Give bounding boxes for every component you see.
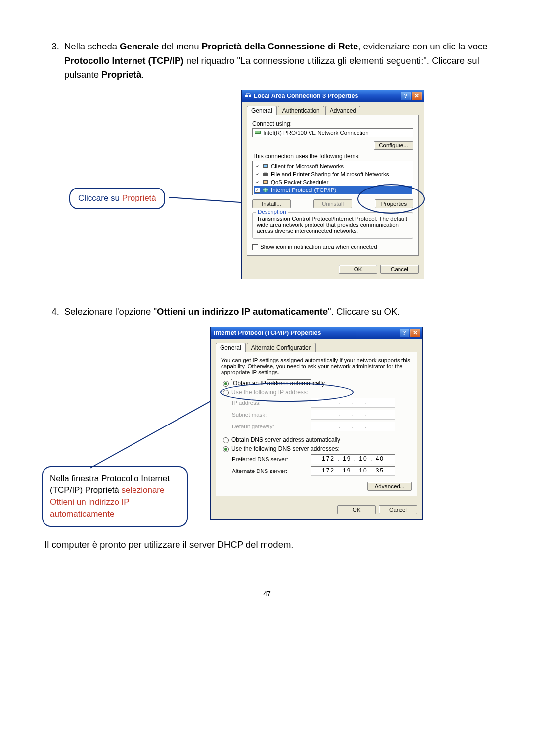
show-icon-row[interactable]: Show icon in notification area when conn… xyxy=(252,244,413,250)
checkbox-icon[interactable]: ✓ xyxy=(255,164,260,169)
description-text: Transmission Control Protocol/Internet P… xyxy=(257,216,409,234)
tab-general[interactable]: General xyxy=(216,343,246,352)
item-label: File and Printer Sharing for Microsoft N… xyxy=(271,171,389,177)
svg-rect-9 xyxy=(264,181,267,183)
item-label: Client for Microsoft Networks xyxy=(271,163,344,169)
use-ip-radio-row[interactable]: Use the following IP address: xyxy=(223,389,412,396)
network-icon xyxy=(245,92,252,100)
svg-rect-0 xyxy=(245,95,248,97)
dialog2-title: Internet Protocol (TCP/IP) Properties xyxy=(214,330,399,336)
figure-1: Cliccare su Proprietà Local Area Connect… xyxy=(44,90,490,283)
callout-1-prefix: Cliccare su xyxy=(78,193,122,203)
properties-button[interactable]: Properties xyxy=(375,199,413,208)
tab-general[interactable]: General xyxy=(247,106,277,115)
radio-icon[interactable] xyxy=(223,437,229,443)
pref-dns-label: Preferred DNS server: xyxy=(232,456,311,462)
radio-selected-icon[interactable] xyxy=(223,446,229,452)
svg-rect-7 xyxy=(264,172,267,173)
svg-rect-1 xyxy=(249,95,251,97)
pref-dns-field[interactable]: 172 . 19 . 10 . 40 xyxy=(311,454,395,464)
close-button[interactable]: ✕ xyxy=(412,92,422,100)
step-4: 4. Selezionare l'opzione "Ottieni un ind… xyxy=(44,305,490,319)
callout2-line2a: (TCP/IP) Proprietà xyxy=(50,485,122,495)
final-text: Il computer è pronto per utilizzare il s… xyxy=(44,539,490,550)
info-text: You can get IP settings assigned automat… xyxy=(221,357,412,375)
ip-label: IP address: xyxy=(232,400,311,406)
configure-button[interactable]: Configure... xyxy=(374,141,413,150)
t: Ottieni un indirizzo IP automaticamente xyxy=(157,306,328,317)
uninstall-button[interactable]: Uninstall xyxy=(313,199,352,208)
callout2-line2b: selezionare xyxy=(122,485,165,495)
uses-items-label: This connection uses the following items… xyxy=(252,153,413,160)
radio-icon[interactable] xyxy=(223,390,229,396)
advanced-button[interactable]: Advanced... xyxy=(367,482,412,491)
t: Proprietà xyxy=(101,69,141,80)
install-button[interactable]: Install... xyxy=(252,199,291,208)
callout2-line3: Ottieni un indirizzo IP xyxy=(50,496,180,508)
t: , evidenziare con un clic la voce xyxy=(358,41,487,51)
nic-icon xyxy=(255,130,263,136)
titlebar[interactable]: Internet Protocol (TCP/IP) Properties ? … xyxy=(211,327,422,339)
obtain-ip-radio-row[interactable]: Obtain an IP address automatically xyxy=(223,380,412,387)
titlebar[interactable]: Local Area Connection 3 Properties ? ✕ xyxy=(242,90,424,102)
svg-rect-5 xyxy=(264,165,267,167)
items-list[interactable]: ✓ Client for Microsoft Networks ✓ File a… xyxy=(252,161,413,195)
ok-button[interactable]: OK xyxy=(339,265,377,274)
t: Nella scheda xyxy=(64,41,120,51)
obtain-dns-label: Obtain DNS server address automatically xyxy=(231,436,340,443)
checkbox-icon[interactable]: ✓ xyxy=(255,188,260,193)
t: Protocollo Internet (TCP/IP) xyxy=(64,55,184,66)
tcpip-icon xyxy=(262,187,269,193)
dialog-tcpip-properties: Internet Protocol (TCP/IP) Properties ? … xyxy=(210,327,423,520)
help-button[interactable]: ? xyxy=(400,329,409,337)
item-label: Internet Protocol (TCP/IP) xyxy=(271,187,336,193)
obtain-dns-radio-row[interactable]: Obtain DNS server address automatically xyxy=(223,436,412,443)
svg-rect-6 xyxy=(263,173,268,176)
tab-alternate[interactable]: Alternate Configuration xyxy=(247,343,316,352)
subnet-field: . . . xyxy=(311,410,395,420)
printer-icon xyxy=(262,171,269,178)
client-icon xyxy=(262,163,269,170)
show-icon-checkbox[interactable] xyxy=(252,244,258,250)
show-icon-label: Show icon in notification area when conn… xyxy=(260,244,377,250)
tab-authentication[interactable]: Authentication xyxy=(278,106,324,115)
list-item[interactable]: ✓ File and Printer Sharing for Microsoft… xyxy=(254,170,412,178)
callout-obtain-ip: Nella finestra Protocollo Internet (TCP/… xyxy=(42,466,188,527)
list-item[interactable]: ✓ Client for Microsoft Networks xyxy=(254,162,412,170)
step-4-body: Selezionare l'opzione "Ottieni un indiri… xyxy=(64,305,490,319)
obtain-ip-label: Obtain an IP address automatically xyxy=(231,379,326,387)
callout-proprieta: Cliccare su Proprietà xyxy=(69,188,165,209)
list-item[interactable]: ✓ QoS Packet Scheduler xyxy=(254,178,412,186)
help-button[interactable]: ? xyxy=(401,92,411,100)
gateway-field: . . . xyxy=(311,422,395,431)
gateway-label: Default gateway: xyxy=(232,424,311,429)
callout-1-red: Proprietà xyxy=(122,193,156,203)
dialog-lan-properties: Local Area Connection 3 Properties ? ✕ G… xyxy=(241,90,424,279)
cancel-button[interactable]: Cancel xyxy=(380,265,419,274)
alt-dns-label: Alternate DNS server: xyxy=(232,468,311,474)
t: del menu xyxy=(159,41,201,51)
list-item-tcpip-selected[interactable]: ✓ Internet Protocol (TCP/IP) xyxy=(254,186,412,194)
close-button[interactable]: ✕ xyxy=(410,329,420,337)
use-dns-radio-row[interactable]: Use the following DNS server addresses: xyxy=(223,445,412,452)
callout2-line4: automaticamente xyxy=(50,508,180,520)
step-4-number: 4. xyxy=(44,305,64,319)
connect-using-label: Connect using: xyxy=(252,120,413,127)
figure-2: Nella finestra Protocollo Internet (TCP/… xyxy=(44,327,490,534)
adapter-name: Intel(R) PRO/100 VE Network Connection xyxy=(263,130,368,136)
radio-selected-icon[interactable] xyxy=(223,381,229,387)
alt-dns-field[interactable]: 172 . 19 . 10 . 35 xyxy=(311,466,395,476)
tab-advanced[interactable]: Advanced xyxy=(325,106,360,115)
step-3: 3. Nella scheda Generale del menu Propri… xyxy=(44,40,490,82)
qos-icon xyxy=(262,179,269,186)
ip-address-field: . . . xyxy=(311,398,395,408)
t: ". Cliccare su OK. xyxy=(328,306,400,317)
subnet-label: Subnet mask: xyxy=(232,412,311,418)
checkbox-icon[interactable]: ✓ xyxy=(255,172,260,177)
checkbox-icon[interactable]: ✓ xyxy=(255,180,260,185)
cancel-button[interactable]: Cancel xyxy=(379,505,417,514)
t: Generale xyxy=(120,41,159,51)
ok-button[interactable]: OK xyxy=(337,505,376,514)
use-dns-label: Use the following DNS server addresses: xyxy=(231,445,340,452)
use-ip-label: Use the following IP address: xyxy=(231,389,308,396)
